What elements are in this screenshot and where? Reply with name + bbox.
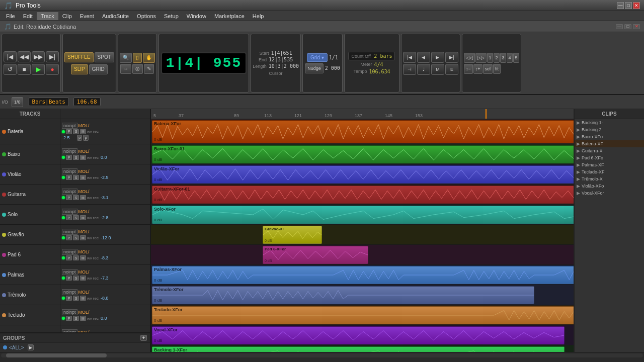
loop-btn[interactable]: ↺ [4,64,17,75]
baixo-p-btn[interactable]: P [66,155,72,160]
grid-button[interactable]: Grid ▾ [307,53,328,62]
clip-list-item-1[interactable]: ▶ Backing 1- [575,119,644,126]
gravao-p-btn[interactable]: P [66,235,72,240]
menu-event[interactable]: Event [76,12,98,20]
solo-p-btn[interactable]: P [66,215,72,220]
clip-vocal[interactable]: Vocal-XFor 0 dB [152,326,565,344]
lane-tremolo[interactable]: Trêmolo-XFor 0 dB [151,285,574,305]
teclado-s-btn[interactable]: S [73,316,79,321]
gravao-m-btn[interactable]: M [80,235,86,240]
trim-tool-btn[interactable]: ↔ [120,64,131,74]
clip-baixo[interactable]: Baixo-XFor-01 0 dB [152,145,574,163]
scroll-track[interactable] [1,353,643,357]
zoom-num2-btn[interactable]: 2 [494,53,500,63]
clip-palmas[interactable]: Palmas-XFor 0 dB [152,266,574,284]
pad6-m-btn[interactable]: M [80,255,86,260]
clip-list-item-10[interactable]: ▶ Violão-XFo [575,183,644,190]
menu-marketplace[interactable]: Marketplace [210,12,249,20]
clip-list-item-7[interactable]: ▶ Palmas-XF [575,161,644,168]
track-item-teclado[interactable]: Teclado [0,305,60,325]
track-item-bateria[interactable]: Bateria [0,119,60,144]
tremolo-s-btn[interactable]: S [73,296,79,301]
lane-teclado[interactable]: Teclado-XFor 0 dB [151,305,574,325]
zoom-num1-btn[interactable]: 1 [487,53,493,63]
zoom-in-v-btn[interactable]: ↕+ [473,64,482,74]
baixo-m-btn[interactable]: M [80,155,86,160]
solo-s-btn[interactable]: S [73,215,79,220]
track-item-violao[interactable]: Violão [0,164,60,185]
zoom-num3-btn[interactable]: 3 [500,53,506,63]
groups-add-btn[interactable]: + [140,335,147,341]
clip-list-item-3[interactable]: ▶ Baixo-XFo [575,133,644,140]
gravao-s-btn[interactable]: S [73,235,79,240]
track-item-pad6[interactable]: Pad 6 [0,245,60,265]
slip-btn[interactable]: SLIP [71,64,88,74]
lane-bateria[interactable]: Bateria-XFor 0 dB [151,119,574,144]
clip-violao[interactable]: Violão-XFor 0 dB [152,165,574,184]
tracks-lanes[interactable]: Bateria-XFor 0 dB Baixo-XFor-01 [151,119,574,352]
tracks-scroll[interactable]: Bateria Baixo Violão Guitarra Solo [0,119,150,332]
lane-guitarra[interactable]: Guitarra-XFor-01 0 dB [151,185,574,205]
grab-tool-btn[interactable]: ✋ [143,53,155,63]
teclado-m-btn[interactable]: M [80,316,86,321]
teclado-p-btn[interactable]: P [66,316,72,321]
zoom-out-h-btn[interactable]: ◁◁ [464,53,475,63]
zoom-sel-btn[interactable]: sel [483,64,493,74]
violao-m-btn[interactable]: M [80,175,86,180]
track-item-palmas[interactable]: Palmas [0,265,60,285]
clip-guitarra[interactable]: Guitarra-XFor-01 0 dB [152,186,574,204]
nudge-button[interactable]: Nudge [305,63,324,73]
clip-gravao[interactable]: Gravão-XI 0 dB [263,226,322,244]
menu-window[interactable]: Window [183,12,210,20]
bateria-s-btn[interactable]: S [73,129,79,134]
io-toggle-btn[interactable]: 1/0 [12,97,23,107]
guitarra-s-btn[interactable]: S [73,195,79,200]
clip-solo[interactable]: Solo-XFor 0 dB [152,206,574,224]
lane-gravao[interactable]: Gravão-XI 0 dB [151,225,574,245]
zoom-num4-btn[interactable]: 4 [507,53,513,63]
violao-p-btn[interactable]: P [66,175,72,180]
guitarra-p-btn[interactable]: P [66,195,72,200]
track-item-guitarra[interactable]: Guitarra [0,185,60,205]
lane-solo[interactable]: Solo-XFor 0 dB [151,205,574,225]
menu-help[interactable]: Help [249,12,268,20]
playhead[interactable] [486,109,487,119]
bateria-p-btn[interactable]: P [66,129,72,134]
menu-audiosuite[interactable]: AudioSuite [98,12,133,20]
groups-all-toggle[interactable]: ▶ [28,344,34,350]
track-item-vocal[interactable]: Vocal [0,325,60,332]
clip-list-item-8[interactable]: ▶ Teclado-XF [575,168,644,175]
clip-list-item-5[interactable]: ▶ Guitarra-Xi [575,147,644,154]
lane-backing1[interactable]: Backing 1-XFor 0 dB [151,345,574,352]
lane-vocal[interactable]: Vocal-XFor 0 dB [151,325,574,345]
clip-list-item-9[interactable]: ▶ Trêmolo-X [575,175,644,183]
menu-file[interactable]: File [2,12,19,20]
select-tool-btn[interactable]: ▯ [133,53,142,63]
forward-end-btn[interactable]: ▶| [46,51,59,62]
zoom-num5-btn[interactable]: 5 [513,53,519,63]
track-item-baixo[interactable]: Baixo [0,144,60,164]
click-btn[interactable]: ♩ [417,64,430,75]
menu-clip[interactable]: Clip [58,12,76,20]
clip-bateria[interactable]: Bateria-XFor 0 dB [152,120,574,143]
track-item-tremolo[interactable]: Trêmolo [0,285,60,305]
tremolo-m-btn[interactable]: M [80,296,86,301]
menu-edit[interactable]: Edit [19,12,37,20]
palmas-m-btn[interactable]: M [80,276,86,281]
maximize-button[interactable]: □ [625,2,632,9]
ext-btn[interactable]: E [445,64,458,75]
clip-backing1[interactable]: Backing 1-XFor 0 dB [152,346,565,352]
palmas-p-btn[interactable]: P [66,276,72,281]
clip-tremolo[interactable]: Trêmolo-XFor 0 dB [152,286,534,304]
track-item-gravao[interactable]: Gravão [0,225,60,245]
forward-btn[interactable]: ▶▶ [32,51,45,62]
clip-list-item-4[interactable]: ▶ Bateria-XF [575,140,644,147]
record-btn[interactable]: ● [46,64,59,75]
menu-setup[interactable]: Setup [160,12,183,20]
scroll-thumb[interactable] [6,353,107,357]
close-button[interactable]: ✕ [633,2,640,9]
clip-teclado[interactable]: Teclado-XFor 0 dB [152,306,574,324]
clip-pad6[interactable]: Pad 6-XFor 0 dB [263,246,368,264]
bateria-m-btn[interactable]: M [80,129,86,134]
rewind-start-btn[interactable]: |◀ [4,51,17,62]
